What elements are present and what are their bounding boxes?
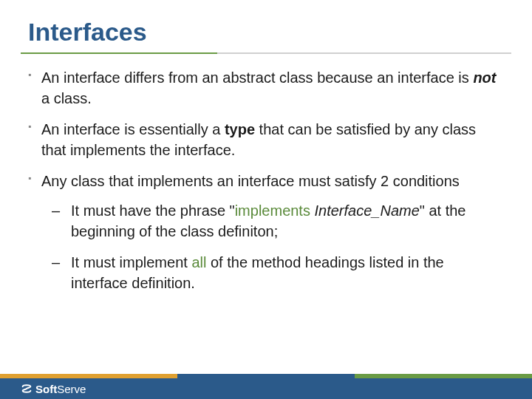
- sub2-keyword: all: [191, 254, 206, 270]
- slide-title: Interfaces: [0, 0, 532, 52]
- subbullet-2: It must implement all of the method head…: [52, 252, 504, 293]
- bullet-2-bold: type: [225, 121, 255, 137]
- footer: SoftServe: [0, 378, 532, 399]
- softserve-icon: [21, 383, 33, 395]
- bullet-3-text: Any class that implements an interface m…: [41, 173, 460, 189]
- sub1-interface-name: Interface_Name: [315, 202, 420, 219]
- bullet-2-pre: An interface is essentially a: [41, 121, 225, 137]
- bullet-1-pre: An interface differs from an abstract cl…: [41, 69, 473, 86]
- bullet-1-em: not: [473, 69, 496, 86]
- brand-suffix: Serve: [57, 383, 86, 395]
- sub2-pre: It must implement: [71, 254, 191, 270]
- content-area: An interface differs from an abstract cl…: [0, 54, 532, 293]
- sub1-keyword: implements: [235, 202, 310, 219]
- brand-logo: SoftServe: [21, 383, 86, 395]
- bullet-3: Any class that implements an interface m…: [28, 171, 504, 293]
- sub1-pre: It must have the phrase ": [71, 202, 235, 219]
- bullet-2: An interface is essentially a type that …: [28, 119, 504, 160]
- bullet-1-post: a class.: [41, 90, 92, 106]
- bullet-1: An interface differs from an abstract cl…: [28, 67, 504, 109]
- subbullet-1: It must have the phrase "implements Inte…: [52, 200, 504, 242]
- brand-prefix: Soft: [35, 383, 57, 395]
